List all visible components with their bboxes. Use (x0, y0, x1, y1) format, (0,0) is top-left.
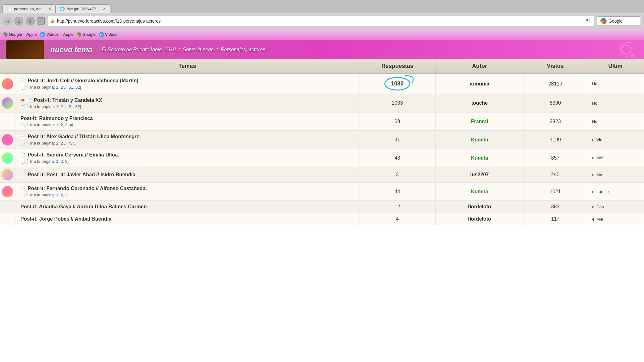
vistos-cell: 3199 (524, 131, 587, 149)
share-button[interactable]: ⇧ (26, 17, 35, 25)
autor-cell[interactable]: flordeloto (436, 201, 524, 213)
bookmark-google-2[interactable]: Google (77, 32, 96, 37)
autor-cell[interactable]: Kumita (436, 149, 524, 167)
bookmark-apple-2[interactable]: Apple (62, 32, 74, 37)
topic-title-link[interactable]: Post-it: Tristán y Candela XX (34, 97, 102, 103)
topic-cell: 📄Post-it: Post- it: Javier Abad // Isidr… (15, 167, 359, 183)
ultimo-cell: el Ma (587, 167, 644, 183)
table-row: 📄Post-it: Sandra Cervera // Emilia Ulloa… (0, 149, 644, 167)
respuestas-cell: 4 (359, 213, 435, 225)
page-icon: [ 📄 Ir a la página: (22, 123, 56, 127)
forum-container: Temas Respuestas Autor Vistos Últim 📄Pos… (0, 59, 644, 225)
page-link[interactable]: 5 (73, 141, 75, 145)
topic-title-link[interactable]: Post-it: Ariadna Gaya // Aurora Ulloa Ba… (20, 204, 147, 210)
topic-cell: Post-it: Ariadna Gaya // Aurora Ulloa Ba… (15, 201, 359, 213)
topic-title-link[interactable]: Post-it: Jorge Pobes // Anibal Buendía (20, 216, 111, 222)
banner-swirl-decoration (581, 40, 644, 59)
page-link[interactable]: 2 (61, 123, 63, 127)
table-row: Post-it: Ariadna Gaya // Aurora Ulloa Ba… (0, 201, 644, 213)
search-engine-label: Google (608, 19, 623, 24)
table-header-row: Temas Respuestas Autor Vistos Últim (0, 59, 644, 74)
page-link[interactable]: 2 (61, 85, 63, 90)
tab-1[interactable]: 📄 personajes, act... ✕ (3, 4, 55, 13)
address-bar[interactable] (57, 19, 582, 24)
topic-pages: [ 📄 Ir a la página: 1, 2 ... 4, 5] (20, 141, 354, 145)
respuestas-cell: 91 (359, 131, 435, 149)
avatar-cell (0, 74, 15, 94)
svg-point-0 (631, 54, 635, 58)
topic-cell: 📄Post-it: Sandra Cervera // Emilia Ulloa… (15, 149, 359, 167)
ssl-icon: 🔒 (50, 19, 55, 23)
vistos-cell: 383 (524, 201, 587, 213)
bookmark-videos-1-label: Videos (46, 32, 59, 37)
home-button[interactable]: ⌂ (14, 17, 23, 25)
topic-cell: 📄Post-it: Jordi Coll // Gonzalo Valbuena… (15, 74, 359, 94)
google-icon (600, 18, 607, 24)
page-link[interactable]: 52 (75, 104, 80, 109)
vistos-cell: 28119 (524, 74, 587, 94)
topic-title-link[interactable]: Post-it: Alex Gadea // Tristán Ulloa Mon… (28, 134, 140, 140)
google-bookmark-icon-2 (77, 32, 81, 37)
autor-cell[interactable]: Kumita (436, 131, 524, 149)
bookmark-videos-1[interactable]: ▶ Videos (40, 32, 59, 37)
autor-cell[interactable]: Kumita (436, 183, 524, 201)
page-link[interactable]: 2 (61, 193, 63, 197)
topic-title-link[interactable]: Post-it: Raimundo y Francisca (20, 116, 93, 121)
bookmark-apple-1[interactable]: Apple (25, 32, 37, 37)
autor-cell[interactable]: flordeloto (436, 213, 524, 225)
topic-pages: [ 📄 Ir a la página: 1, 2 ... 51, 52] (20, 104, 354, 109)
autor-cell[interactable]: armonia (436, 74, 524, 94)
autor-cell[interactable]: Franrai (436, 112, 524, 131)
add-tab-button[interactable]: + (37, 17, 45, 25)
tab-2[interactable]: 🌐 fsic.jpg 363x473... ✕ (55, 4, 110, 13)
topic-cell: ➡📄Post-it: Tristán y Candela XX[ 📄 Ir a … (15, 94, 359, 112)
autor-cell[interactable]: touche (436, 94, 524, 112)
table-row: Post-it: Jorge Pobes // Anibal Buendía4f… (0, 213, 644, 225)
topic-arrow-icon: ➡ (20, 97, 25, 103)
th-ultimo: Últim (587, 59, 644, 74)
autor-cell[interactable]: lus2207 (436, 167, 524, 183)
ultimo-cell: el Mié (587, 149, 644, 167)
topic-title-link[interactable]: Post-it: Post- it: Javier Abad // Isidro… (28, 172, 136, 178)
nuevo-tema-label: nuevo tema (50, 45, 92, 54)
tab-1-close[interactable]: ✕ (48, 7, 51, 11)
page-link[interactable]: 2 (61, 159, 63, 164)
back-button[interactable]: ◀ (3, 17, 12, 25)
table-row: ➡📄Post-it: Tristán y Candela XX[ 📄 Ir a … (0, 94, 644, 112)
page-link[interactable]: 51 (69, 104, 73, 109)
avatar (2, 186, 13, 197)
page-icon: [ 📄 Ir a la página: (22, 85, 56, 90)
bookmark-google-1[interactable]: Google (3, 32, 22, 37)
topic-title-link[interactable]: Post-it: Sandra Cervera // Emilia Ulloa. (28, 152, 119, 158)
topic-cell: Post-it: Raimundo y Francisca[ 📄 Ir a la… (15, 112, 359, 131)
page-link[interactable]: 2 (61, 141, 63, 145)
search-engine[interactable]: Google (597, 16, 641, 26)
vistos-cell: 2823 (524, 112, 587, 131)
page-link[interactable]: 2 (61, 104, 63, 109)
respuestas-cell: 43 (359, 149, 435, 167)
th-avatar (0, 59, 15, 74)
respuestas-cell: 1033 (359, 94, 435, 112)
refresh-button[interactable]: ↻ (584, 17, 591, 25)
avatar-cell (0, 112, 15, 131)
ultimo-cell: Ho (587, 112, 644, 131)
avatar-cell (0, 167, 15, 183)
ultimo-cell: el Lun flo (587, 183, 644, 201)
topic-pages: [ 📄 Ir a la página: 1, 2 ... 51, 52] (20, 85, 354, 90)
page-link[interactable]: 52 (75, 85, 80, 90)
page-link[interactable]: 4 (70, 123, 72, 127)
avatar-cell (0, 149, 15, 167)
page-link[interactable]: 51 (69, 85, 73, 90)
tab-2-close[interactable]: ✕ (103, 7, 106, 11)
th-temas: Temas (15, 59, 359, 74)
table-row: 📄Post-it: Jordi Coll // Gonzalo Valbuena… (0, 74, 644, 94)
table-row: Post-it: Raimundo y Francisca[ 📄 Ir a la… (0, 112, 644, 131)
topic-doc-icon: 📄 (20, 134, 26, 139)
topic-title-link[interactable]: Post-it: Fernando Coronado // Alfonso Ca… (28, 186, 147, 191)
topic-title-link[interactable]: Post-it: Jordi Coll // Gonzalo Valbuena … (28, 78, 138, 84)
avatar (2, 169, 13, 180)
ultimo-cell: el Don (587, 201, 644, 213)
bookmark-videos-2[interactable]: ▶ Videos (99, 32, 118, 37)
ultimo-cell: el Vie (587, 131, 644, 149)
videos-bookmark-icon-1: ▶ (40, 32, 45, 37)
